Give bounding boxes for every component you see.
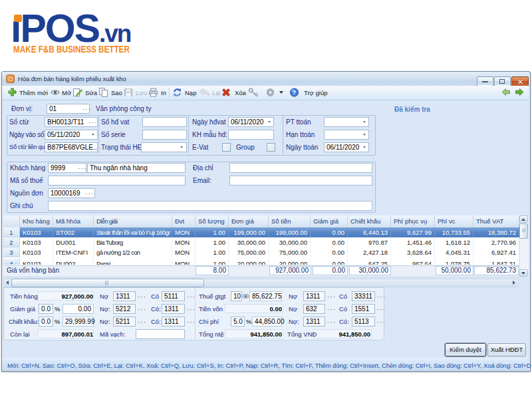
- svg-text:?: ?: [293, 88, 297, 96]
